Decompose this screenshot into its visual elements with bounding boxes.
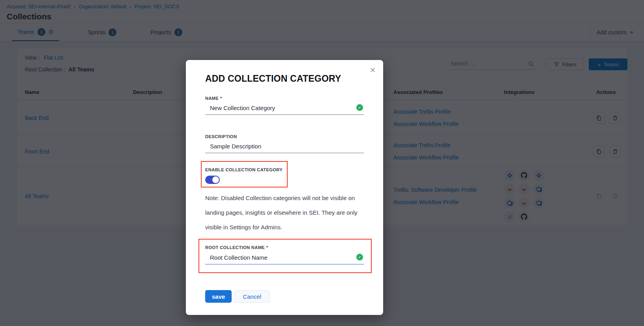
modal-buttons: save Cancel [205,290,364,303]
close-icon[interactable]: ✕ [370,67,376,74]
screen: Account: SEI-Internal-Prod2 › Organizati… [0,0,644,326]
description-label: DESCRIPTION [205,134,364,139]
enable-collection-category-label: ENABLE COLLECTION CATEGORY [205,167,287,172]
valid-check-icon: ✓ [356,104,363,111]
description-field: DESCRIPTION [205,134,364,153]
root-collection-name-label: ROOT COLLECTION NAME * [205,245,371,250]
annotation-box-root-collection: ROOT COLLECTION NAME * ✓ [198,239,372,273]
cancel-button[interactable]: Cancel [234,290,270,303]
modal-title: ADD COLLECTION CATEGORY [205,73,364,84]
root-collection-name-input[interactable] [205,253,364,264]
name-label: NAME * [205,96,364,101]
annotation-box-enable: ENABLE COLLECTION CATEGORY [201,161,288,187]
disabled-note: Note: Disabled Collection categories wil… [205,191,365,234]
add-collection-category-modal: ✕ ADD COLLECTION CATEGORY NAME * ✓ DESCR… [186,60,383,315]
name-input[interactable] [205,104,364,115]
toggle-knob [212,176,219,183]
valid-check-icon: ✓ [356,254,363,260]
name-field: NAME * ✓ [205,96,364,115]
save-button[interactable]: save [205,290,232,303]
description-input[interactable] [205,142,364,153]
enable-toggle[interactable] [205,176,220,184]
